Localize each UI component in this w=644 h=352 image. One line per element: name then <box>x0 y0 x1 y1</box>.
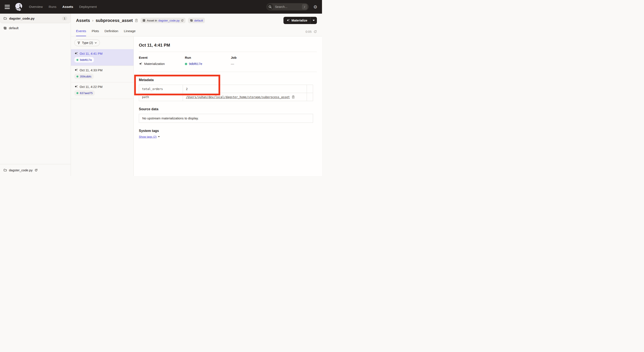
event-detail-title: Oct 11, 4:41 PM <box>139 42 317 48</box>
job-column: Job — <box>231 56 317 66</box>
system-tags-heading: System tags <box>139 129 317 133</box>
tab-definition[interactable]: Definition <box>104 29 118 36</box>
event-timestamp-link[interactable]: Oct 11, 4:33 PM <box>74 68 130 72</box>
search-input[interactable] <box>275 5 302 8</box>
materialize-button[interactable]: Materialize <box>284 17 310 24</box>
run-success-dot <box>76 75 78 77</box>
refresh-countdown: 0:05 <box>306 30 317 36</box>
global-search[interactable]: / <box>266 3 308 10</box>
materialize-split-button: Materialize <box>284 17 317 24</box>
settings-gear-icon[interactable]: ⚙ <box>313 5 317 9</box>
refresh-timer-value: 0:05 <box>306 30 312 33</box>
search-icon <box>267 3 273 10</box>
sidebar-code-location[interactable]: dagster_code.py 1 <box>0 14 71 23</box>
run-id-pill[interactable]: 359cdbfc <box>74 74 94 79</box>
event-timestamp-link[interactable]: Oct 11, 4:22 PM <box>74 85 130 88</box>
code-location-name: dagster_code.py <box>9 16 34 20</box>
nav-runs[interactable]: Runs <box>49 5 56 9</box>
event-detail-panel: Oct 11, 4:41 PM Event Materialization Ru… <box>134 36 322 176</box>
chevron-down-icon <box>94 42 97 44</box>
asset-tag-code-location-link[interactable]: dagster_code.py <box>158 19 180 22</box>
run-label: Run <box>185 56 231 60</box>
run-id-link[interactable]: 9dbf617e <box>80 58 92 61</box>
asset-tag-prefix: Asset in <box>147 19 157 22</box>
footer-code-location-name: dagster_code.py <box>9 168 32 172</box>
asset-tabs: Events Plots Definition Lineage 0:05 <box>71 26 322 36</box>
copy-asset-name-icon[interactable] <box>135 19 138 22</box>
metadata-value: /Users/yuhan/dev/local/dagster_home/stor… <box>183 93 307 101</box>
copy-path-icon[interactable] <box>292 95 295 99</box>
events-list-panel: Type (2) Oct 11, 4:41 PM 9dbf617e <box>71 36 134 176</box>
filter-funnel-icon <box>77 41 80 44</box>
group-grid-icon <box>190 19 193 22</box>
show-tags-toggle[interactable]: Show tags (2) <box>139 135 160 138</box>
materialize-dropdown-button[interactable] <box>310 17 317 24</box>
group-name: default <box>9 26 18 30</box>
event-timestamp-link[interactable]: Oct 11, 4:41 PM <box>74 52 130 55</box>
event-list-item[interactable]: Oct 11, 4:22 PM 637aed75 <box>71 82 134 99</box>
show-tags-label: Show tags (2) <box>139 135 156 138</box>
event-type-filter-button[interactable]: Type (2) <box>74 39 100 46</box>
run-id-link[interactable]: 637aed75 <box>80 91 93 95</box>
dagster-logo[interactable] <box>14 2 24 11</box>
run-column: Run 9dbf617e <box>185 56 231 66</box>
chevron-down-icon <box>313 20 315 21</box>
source-data-empty-state: No upstream materializations to display. <box>139 114 313 123</box>
nav-overview[interactable]: Overview <box>29 5 43 9</box>
nav-assets[interactable]: Assets <box>62 5 73 9</box>
reload-icon[interactable] <box>34 169 38 172</box>
event-time-text: Oct 11, 4:22 PM <box>80 85 102 88</box>
divider <box>139 72 317 72</box>
metadata-heading: Metadata <box>139 78 317 82</box>
top-navigation-bar: Overview Runs Assets Deployment / ⚙ <box>0 0 322 14</box>
hamburger-menu-icon[interactable] <box>5 5 10 9</box>
materialization-sparkle-icon <box>74 52 78 55</box>
run-id-pill[interactable]: 637aed75 <box>74 90 95 96</box>
job-label: Job <box>231 56 317 60</box>
run-success-dot <box>185 63 187 65</box>
materialization-sparkle-icon <box>74 85 78 88</box>
asset-catalog-sidebar: dagster_code.py 1 default dagster_code.p… <box>0 14 71 176</box>
table-row: path /Users/yuhan/dev/local/dagster_home… <box>139 93 313 101</box>
storage-path-link[interactable]: /Users/yuhan/dev/local/dagster_home/stor… <box>186 95 290 99</box>
source-data-heading: Source data <box>139 107 317 111</box>
folder-icon <box>4 168 7 172</box>
event-type-value: Materialization <box>144 61 165 66</box>
reload-icon[interactable] <box>181 19 184 22</box>
sidebar-footer-code-location[interactable]: dagster_code.py <box>0 164 71 176</box>
breadcrumb-assets-link[interactable]: Assets <box>76 18 90 23</box>
event-time-text: Oct 11, 4:41 PM <box>80 52 102 55</box>
metadata-table: total_orders 2 path /Users/yuhan/dev/loc… <box>139 85 313 101</box>
metadata-value: 2 <box>183 85 307 93</box>
breadcrumb: Assets › subprocess_asset <box>76 18 138 23</box>
caret-down-icon <box>158 136 160 137</box>
divider <box>139 52 317 52</box>
metadata-gap-cell <box>307 85 313 93</box>
asset-name: subprocess_asset <box>96 18 133 23</box>
nav-deployment[interactable]: Deployment <box>79 5 97 9</box>
metadata-key: total_orders <box>139 85 183 93</box>
sparkle-icon <box>286 19 290 22</box>
event-list-item[interactable]: Oct 11, 4:33 PM 359cdbfc <box>71 66 134 82</box>
tab-events[interactable]: Events <box>76 29 86 36</box>
asset-page-header: Assets › subprocess_asset Asset in dagst… <box>71 14 322 26</box>
asset-definition-tag[interactable]: Asset in dagster_code.py <box>140 18 186 23</box>
run-id-link[interactable]: 9dbf617e <box>189 61 202 66</box>
run-id-pill[interactable]: 9dbf617e <box>74 57 94 62</box>
event-time-text: Oct 11, 4:33 PM <box>80 68 102 72</box>
event-list-item[interactable]: Oct 11, 4:41 PM 9dbf617e <box>71 49 134 66</box>
refresh-icon[interactable] <box>314 30 317 33</box>
asset-group-tag[interactable]: default <box>188 18 205 23</box>
metadata-gap-cell <box>307 93 313 101</box>
run-success-dot <box>76 59 78 61</box>
top-nav-links: Overview Runs Assets Deployment <box>29 5 97 9</box>
sidebar-item-default-group[interactable]: default <box>0 23 71 33</box>
tab-lineage[interactable]: Lineage <box>124 29 136 36</box>
run-success-dot <box>76 92 78 94</box>
materialization-sparkle-icon <box>139 62 142 66</box>
event-label: Event <box>139 56 185 60</box>
asset-count-badge: 1 <box>62 16 67 20</box>
tab-plots[interactable]: Plots <box>92 29 99 36</box>
run-id-link[interactable]: 359cdbfc <box>80 75 92 78</box>
group-tag-link[interactable]: default <box>194 19 203 22</box>
